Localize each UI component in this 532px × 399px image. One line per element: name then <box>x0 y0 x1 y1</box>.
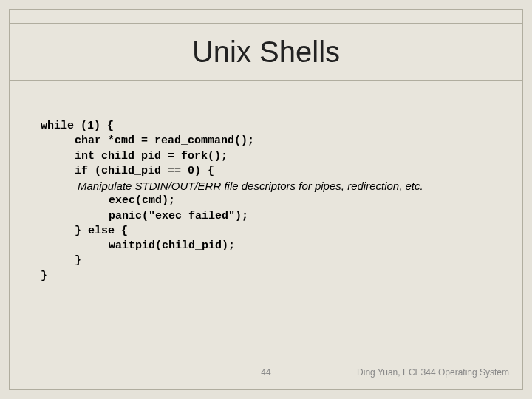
slide-title: Unix Shells <box>192 35 340 69</box>
code-line: } <box>41 269 491 284</box>
code-line: int child_pid = fork(); <box>41 149 491 164</box>
code-line: exec(cmd); <box>41 194 491 208</box>
footer: 44 Ding Yuan, ECE344 Operating System <box>10 367 522 382</box>
code-line: if (child_pid == 0) { <box>41 164 491 179</box>
code-line: } else { <box>41 224 491 239</box>
title-band: Unix Shells <box>10 23 522 81</box>
code-comment: Manipulate STDIN/OUT/ERR file descriptor… <box>41 179 491 194</box>
slide-frame: Unix Shells while (1) { char *cmd = read… <box>9 9 523 390</box>
footer-credit: Ding Yuan, ECE344 Operating System <box>357 367 509 378</box>
code-line: waitpid(child_pid); <box>41 239 491 253</box>
code-line: } <box>41 253 491 268</box>
code-line: while (1) { <box>41 119 491 134</box>
code-line: char *cmd = read_command(); <box>41 134 491 149</box>
code-line: panic("exec failed"); <box>41 209 491 224</box>
page-number: 44 <box>261 367 270 378</box>
code-block: while (1) { char *cmd = read_command(); … <box>41 119 491 284</box>
